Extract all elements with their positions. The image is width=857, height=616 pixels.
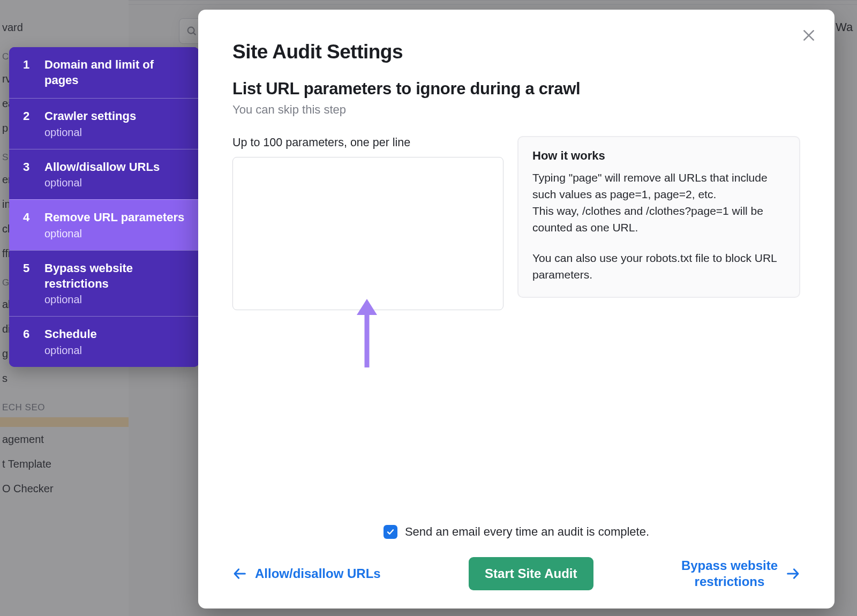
email-notification-label: Send an email every time an audit is com… — [405, 525, 649, 539]
info-paragraph-2: You can also use your robots.txt file to… — [532, 250, 785, 283]
close-icon[interactable] — [798, 25, 820, 46]
next-button-label: Bypass website restrictions — [681, 558, 778, 590]
wizard-step-optional-label: optional — [44, 126, 136, 139]
wizard-step-4[interactable]: 4Remove URL parametersoptional — [9, 199, 199, 250]
wizard-step-title: Schedule — [44, 327, 97, 342]
wizard-step-number: 1 — [23, 57, 33, 88]
how-it-works-box: How it works Typing "page" will remove a… — [517, 136, 800, 298]
wizard-step-number: 2 — [23, 109, 33, 139]
wizard-step-optional-label: optional — [44, 177, 160, 189]
wizard-step-2[interactable]: 2Crawler settingsoptional — [9, 98, 199, 149]
wizard-step-1[interactable]: 1Domain and limit of pages — [9, 47, 199, 98]
back-button-label: Allow/disallow URLs — [255, 566, 381, 581]
url-parameters-input[interactable] — [232, 157, 503, 310]
email-notification-checkbox[interactable] — [384, 525, 397, 539]
start-site-audit-button[interactable]: Start Site Audit — [469, 557, 593, 590]
settings-modal: Site Audit Settings List URL parameters … — [198, 10, 835, 609]
wizard-step-title: Bypass website restrictions — [44, 261, 187, 291]
wizard-step-number: 5 — [23, 261, 33, 306]
wizard-step-5[interactable]: 5Bypass website restrictionsoptional — [9, 250, 199, 316]
wizard-step-title: Remove URL parameters — [44, 210, 184, 226]
back-button[interactable]: Allow/disallow URLs — [232, 566, 381, 581]
wizard-step-title: Allow/disallow URLs — [44, 160, 160, 175]
modal-footer: Send an email every time an audit is com… — [232, 525, 800, 590]
arrow-left-icon — [232, 566, 247, 581]
wizard-step-3[interactable]: 3Allow/disallow URLsoptional — [9, 149, 199, 200]
info-title: How it works — [532, 149, 785, 163]
wizard-step-number: 6 — [23, 327, 33, 357]
modal-hint: You can skip this step — [232, 103, 800, 117]
modal-title: Site Audit Settings — [232, 41, 800, 63]
arrow-right-icon — [785, 566, 800, 581]
next-button[interactable]: Bypass website restrictions — [681, 558, 800, 590]
modal-subtitle: List URL parameters to ignore during a c… — [232, 79, 800, 99]
wizard-step-optional-label: optional — [44, 344, 97, 357]
wizard-step-6[interactable]: 6Scheduleoptional — [9, 316, 199, 367]
wizard-step-number: 4 — [23, 210, 33, 240]
wizard-stepper: 1Domain and limit of pages2Crawler setti… — [9, 47, 199, 367]
wizard-step-optional-label: optional — [44, 294, 187, 306]
wizard-step-title: Crawler settings — [44, 109, 136, 124]
wizard-step-optional-label: optional — [44, 228, 184, 240]
params-label: Up to 100 parameters, one per line — [232, 136, 503, 149]
wizard-step-number: 3 — [23, 160, 33, 190]
info-paragraph-1: Typing "page" will remove all URLs that … — [532, 169, 785, 236]
wizard-step-title: Domain and limit of pages — [44, 57, 187, 88]
